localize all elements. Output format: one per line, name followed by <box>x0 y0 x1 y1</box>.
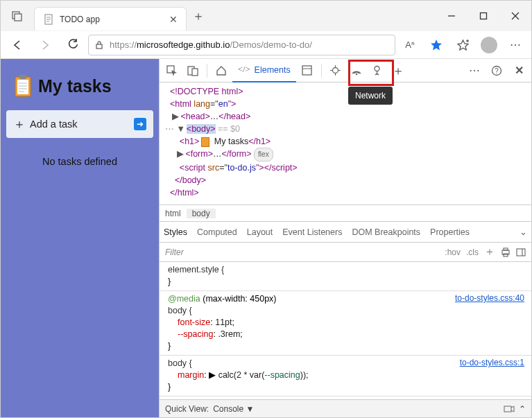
window-titlebar: TODO app ✕ ＋ <box>1 1 531 31</box>
inspect-element-button[interactable] <box>162 61 182 80</box>
browser-menu-button[interactable]: ⋯ <box>504 34 527 56</box>
svg-rect-10 <box>96 44 102 49</box>
submit-icon[interactable]: ➜ <box>134 118 146 130</box>
app-tab[interactable] <box>298 61 317 80</box>
quick-view-value[interactable]: Console ▼ <box>213 404 254 414</box>
breadcrumb-html[interactable]: html <box>160 209 187 218</box>
hov-button[interactable]: :hov <box>445 247 461 257</box>
sources-tab-icon[interactable] <box>326 61 345 80</box>
page-content: My tasks ＋ Add a task ➜ No tasks defined <box>1 59 159 417</box>
tab-actions-icon[interactable] <box>1 10 34 21</box>
help-button[interactable]: ? <box>487 61 506 80</box>
more-tabs-button[interactable]: ＋ <box>388 61 408 80</box>
plus-icon: ＋ <box>13 116 26 132</box>
source-link[interactable]: to-do-styles.css:1 <box>460 357 524 369</box>
svg-rect-38 <box>517 249 525 256</box>
url-text: https://microsoftedge.github.io/Demos/de… <box>110 40 312 50</box>
network-tooltip: Network <box>348 87 393 105</box>
svg-point-31 <box>375 67 379 71</box>
devtools-tabbar: </> Elements ＋ ⋯ ? ✕ <box>160 59 531 82</box>
expand-icon[interactable]: ⌃ <box>519 404 526 414</box>
elements-tab-label: Elements <box>255 65 291 75</box>
source-link[interactable]: to-do-styles.css:40 <box>455 293 524 304</box>
close-tab-icon[interactable]: ✕ <box>169 14 178 25</box>
reading-mode-button[interactable]: Aⁿ <box>398 34 422 56</box>
chevron-down-icon[interactable]: ⌄ <box>520 227 527 237</box>
code-icon: </> <box>238 64 250 75</box>
svg-rect-7 <box>481 13 487 19</box>
svg-point-30 <box>355 73 357 75</box>
tab-title: TODO app <box>60 15 164 24</box>
cls-button[interactable]: .cls <box>466 247 479 257</box>
favorite-button[interactable] <box>424 34 448 56</box>
welcome-tab[interactable] <box>212 61 231 80</box>
issues-icon[interactable] <box>504 404 515 414</box>
lock-icon <box>94 40 104 50</box>
new-tab-button[interactable]: ＋ <box>192 8 205 24</box>
address-bar: https://microsoftedge.github.io/Demos/de… <box>1 31 531 59</box>
forward-button <box>33 34 58 56</box>
device-toggle-button[interactable] <box>183 61 203 80</box>
tab-layout[interactable]: Layout <box>247 227 273 237</box>
svg-rect-15 <box>19 75 26 79</box>
quick-view-label: Quick View: <box>165 404 209 414</box>
elements-tab[interactable]: </> Elements <box>232 59 296 82</box>
page-title: My tasks <box>38 76 112 96</box>
url-box[interactable]: https://microsoftedge.github.io/Demos/de… <box>88 35 395 55</box>
refresh-button[interactable] <box>60 34 85 56</box>
browser-tab[interactable]: TODO app ✕ <box>34 7 187 31</box>
filter-input[interactable]: Filter <box>165 247 184 257</box>
clipboard-icon <box>13 74 33 98</box>
add-task-label: Add a task <box>30 119 78 130</box>
svg-rect-14 <box>17 80 28 94</box>
svg-point-25 <box>333 68 338 73</box>
new-rule-button[interactable]: ＋ <box>484 245 495 259</box>
tab-styles[interactable]: Styles <box>164 227 187 237</box>
breadcrumb[interactable]: html body <box>160 205 531 222</box>
tab-dom-breakpoints[interactable]: DOM Breakpoints <box>352 227 420 237</box>
window-minimize-button[interactable] <box>436 5 467 27</box>
profile-button[interactable] <box>477 34 501 56</box>
tab-computed[interactable]: Computed <box>197 227 237 237</box>
empty-state: No tasks defined <box>1 156 159 167</box>
svg-rect-23 <box>302 66 311 75</box>
svg-rect-22 <box>192 69 198 76</box>
quick-view-bar[interactable]: Quick View: Console ▼ ⌃ <box>160 399 531 417</box>
avatar-icon <box>481 37 497 53</box>
source-link[interactable]: base.css:1 <box>485 398 524 399</box>
tab-event-listeners[interactable]: Event Listeners <box>282 227 342 237</box>
tab-properties[interactable]: Properties <box>430 227 470 237</box>
add-task-input[interactable]: ＋ Add a task ➜ <box>6 110 153 138</box>
svg-rect-40 <box>504 406 511 412</box>
performance-tab-icon[interactable] <box>368 61 387 80</box>
window-close-button[interactable] <box>499 5 531 27</box>
window-maximize-button[interactable] <box>467 5 499 27</box>
devtools-panel: Network </> Elements ＋ ⋯ ? <box>159 59 531 417</box>
styles-filter-bar: Filter :hov .cls ＋ <box>160 243 531 262</box>
print-icon[interactable] <box>501 247 510 257</box>
dom-tree[interactable]: <!DOCTYPE html> <html lang="en"> ▶<head>… <box>160 82 531 205</box>
collections-button[interactable] <box>451 34 474 56</box>
back-button[interactable] <box>5 34 30 56</box>
svg-rect-36 <box>504 248 508 250</box>
document-icon <box>43 14 54 25</box>
svg-rect-1 <box>15 14 22 21</box>
breadcrumb-body[interactable]: body <box>187 209 216 218</box>
styles-tabs: Styles Computed Layout Event Listeners D… <box>160 222 531 243</box>
devtools-menu-button[interactable]: ⋯ <box>465 61 484 80</box>
css-rules[interactable]: element.style { } to-do-styles.css:40 @m… <box>160 262 531 399</box>
panel-icon[interactable] <box>516 247 526 257</box>
close-devtools-button[interactable]: ✕ <box>509 61 529 80</box>
svg-text:?: ? <box>495 67 499 75</box>
clipboard-mini-icon <box>201 137 209 147</box>
network-tab-icon[interactable] <box>347 61 366 80</box>
